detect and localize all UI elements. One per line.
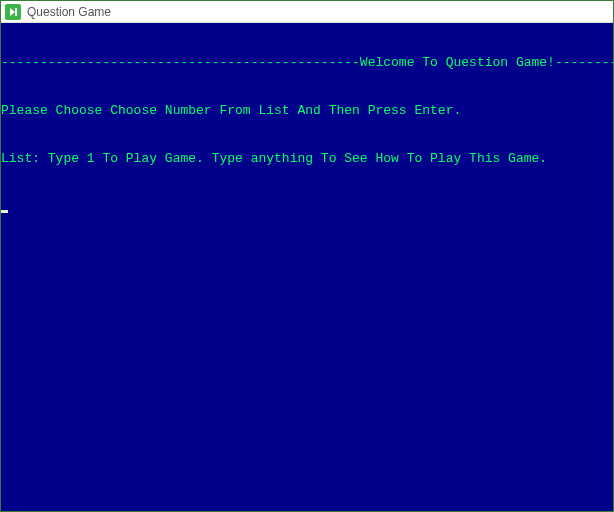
- app-arrow-icon: [5, 4, 21, 20]
- console-area[interactable]: ----------------------------------------…: [1, 23, 613, 511]
- title-bar[interactable]: Question Game: [1, 1, 613, 23]
- app-window: Question Game --------------------------…: [0, 0, 614, 512]
- console-input-line[interactable]: [1, 199, 613, 215]
- console-banner: ----------------------------------------…: [1, 55, 613, 71]
- console-line-1: Please Choose Choose Number From List An…: [1, 103, 613, 119]
- text-cursor: [1, 210, 8, 213]
- window-title: Question Game: [27, 5, 111, 19]
- console-line-2: List: Type 1 To Play Game. Type anything…: [1, 151, 613, 167]
